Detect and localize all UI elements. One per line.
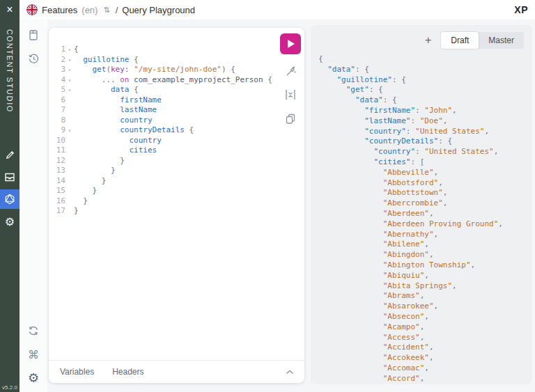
result-code-line: "countryDetails": { [318,136,532,147]
copy-icon[interactable] [285,111,296,125]
line-number: 14 [52,176,65,187]
line-number: 13 [52,166,65,176]
breadcrumb-separator: / [116,5,118,15]
fold-arrow-icon[interactable]: ▾ [65,126,74,136]
editor-code-line[interactable]: 4▾ ... on com_example_myproject_Person { [52,75,277,86]
result-code-line: "Accomac", [318,363,532,374]
project-name: Features [42,5,77,15]
result-code-line: "Abbotsford", [318,178,532,189]
result-code-line: "Abbottstown", [318,188,532,198]
settings-gear-icon[interactable]: ⚙ [26,371,40,385]
fold-arrow-icon[interactable]: ▾ [65,76,74,86]
result-code-line: "Accoville", [318,384,532,385]
result-code-line: "country": "United States", [318,127,532,137]
editor-code-line[interactable]: 13 } [52,166,277,176]
settings-icon[interactable]: ⚙ [0,212,20,231]
result-code-line: "Abingdon", [318,250,532,260]
history-icon[interactable] [26,52,40,65]
play-icon [288,40,295,48]
result-code-line: "Access", [318,333,532,343]
editor-code-line[interactable]: 7 lastName [52,105,277,116]
tab-headers[interactable]: Headers [112,367,144,377]
branch-draft-button[interactable]: Draft [441,32,479,49]
result-code-line: "country": "United States", [318,147,532,157]
line-number: 16 [52,196,65,207]
refresh-icon[interactable] [26,324,40,338]
result-code-line: "Abernathy", [318,230,532,240]
editor-code-line[interactable]: 5▾ data { [52,85,277,95]
version-label: v5.2.0 [0,384,20,391]
editor-code-line[interactable]: 2▾ guillotine { [52,55,277,65]
close-icon[interactable]: × [0,0,20,19]
branch-master-button[interactable]: Master [479,32,524,49]
execute-query-button[interactable] [280,33,301,54]
line-number: 2 [52,55,65,65]
editor-code-line[interactable]: 11 cities [52,146,277,156]
line-number: 12 [52,156,65,166]
editor-code-line[interactable]: 16 } [52,196,277,207]
editor-code-line[interactable]: 1▾{ [52,45,277,55]
top-bar: Features (en) ⇅ / Query Playground XP [20,0,535,19]
project-language: (en) [82,5,98,15]
merge-fragments-icon[interactable] [284,88,297,102]
result-code-line: "Abercrombie", [318,198,532,209]
line-number: 9 [52,125,65,136]
editor-code-line[interactable]: 15 } [52,186,277,196]
tab-variables[interactable]: Variables [60,367,94,377]
add-tab-icon[interactable]: + [425,35,431,46]
result-code-line: "guillotine": { [318,75,532,86]
line-number: 4 [52,75,65,86]
result-code-line: "lastName": "Doe", [318,116,532,127]
line-number: 17 [52,206,65,217]
line-number: 15 [52,186,65,196]
line-number: 6 [52,95,65,106]
result-code-line: "firstName": "John", [318,106,532,116]
editor-footer: Variables Headers [49,360,304,383]
result-code-line: "get": { [318,85,532,95]
edit-icon[interactable] [0,145,20,164]
result-panel: + Draft Master { "data": { "guillotine":… [311,25,532,384]
query-editor-card: 1▾{2▾ guillotine {3▾ get(key: "/my-site/… [49,28,304,383]
project-switch-icon: ⇅ [103,6,109,15]
app-sidebar: × CONTENT STUDIO ⚙ v5.2.0 [0,0,20,392]
tool-strip: ⌘ ⚙ [20,19,47,392]
result-code-line: "Abrams", [318,291,532,301]
result-header: + Draft Master [311,25,532,50]
editor-actions [280,33,301,125]
page-title: Query Playground [122,5,195,15]
query-editor[interactable]: 1▾{2▾ guillotine {3▾ get(key: "/my-site/… [52,45,277,359]
editor-code-line[interactable]: 8 country [52,116,277,126]
project-selector[interactable]: Features (en) ⇅ [26,4,110,15]
line-number: 10 [52,136,65,146]
fold-arrow-icon[interactable]: ▾ [65,65,74,76]
line-number: 1 [52,45,65,55]
query-playground-icon[interactable] [0,189,20,209]
result-code-line: "Abington Township", [318,260,532,271]
editor-code-line[interactable]: 6 firstName [52,95,277,106]
editor-code-line[interactable]: 14 } [52,176,277,187]
app-name-vertical: CONTENT STUDIO [6,29,14,134]
result-code-line: "Accord", [318,374,532,384]
result-code-line: "Abilene", [318,240,532,250]
editor-code-line[interactable]: 17} [52,206,277,217]
result-code-line: { [318,54,532,65]
line-number: 3 [52,65,65,75]
result-code-line: "Abita Springs", [318,281,532,292]
shortcuts-icon[interactable]: ⌘ [26,347,40,361]
editor-code-line[interactable]: 3▾ get(key: "/my-site/john-doe") { [52,65,277,75]
fold-arrow-icon[interactable]: ▾ [65,45,74,56]
editor-code-line[interactable]: 12 } [52,156,277,166]
prettify-icon[interactable] [284,64,297,78]
line-number: 11 [52,146,65,156]
fold-arrow-icon[interactable]: ▾ [65,86,74,96]
fold-arrow-icon[interactable]: ▾ [65,56,74,66]
result-code-line: "cities": [ [318,157,532,168]
docs-icon[interactable] [26,28,40,42]
editor-code-line[interactable]: 10 country [52,136,277,146]
result-code-line: "Abbeville", [318,168,532,178]
inbox-icon[interactable] [0,167,20,187]
chevron-up-icon[interactable] [285,369,295,375]
result-code-line: "Absarokee", [318,301,532,312]
xp-logo: XP [514,4,528,15]
editor-code-line[interactable]: 9▾ countryDetails { [52,125,277,136]
